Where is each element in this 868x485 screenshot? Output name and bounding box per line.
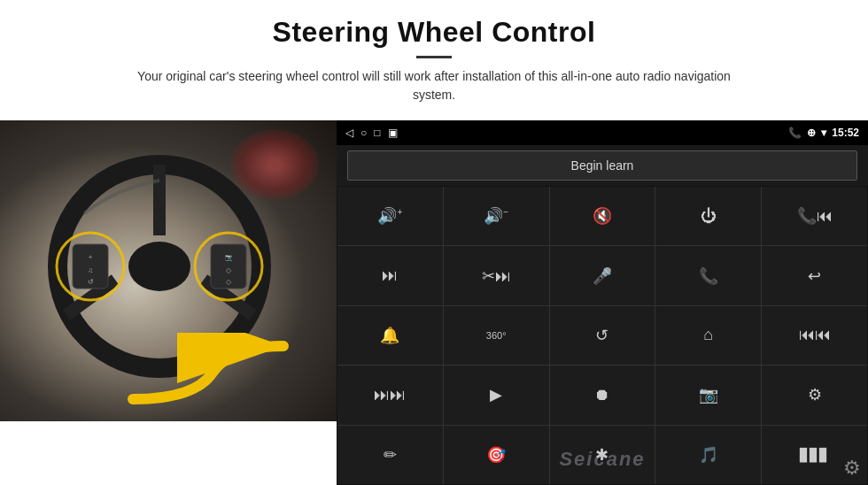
svg-text:◇: ◇ — [226, 278, 232, 286]
edit-icon: ✏ — [384, 445, 397, 465]
rewind-icon: ⏮⏮ — [799, 326, 831, 344]
prev-end-icon: 📞⏮ — [797, 206, 833, 226]
svg-text:♫: ♫ — [88, 266, 93, 274]
status-right: 📞 ⊕ ▾ 15:52 — [788, 127, 859, 139]
fast-forward-icon: ✂⏭ — [482, 266, 511, 286]
next-icon: ⏭ — [382, 266, 398, 285]
header: Steering Wheel Control Your original car… — [0, 0, 868, 113]
android-screen: ◁ ○ □ ▣ 📞 ⊕ ▾ 15:52 Begin learn — [337, 120, 868, 485]
360-button[interactable]: 360° — [444, 306, 549, 365]
back-nav-button[interactable]: ↺ — [550, 306, 655, 365]
home-nav-icon: ⌂ — [703, 326, 713, 344]
target-button[interactable]: 🎯 — [444, 426, 549, 484]
target-icon: 🎯 — [486, 445, 506, 465]
recents-icon: □ — [374, 127, 380, 139]
settings-ctrl-icon: ⚙ — [808, 385, 822, 404]
title-divider — [416, 56, 452, 58]
360-icon: 360° — [486, 330, 507, 341]
music-settings-button[interactable]: 🎵 — [655, 426, 761, 484]
equalizer-icon: ▊▊▊ — [800, 448, 829, 462]
home-nav-button[interactable]: ⌂ — [655, 306, 761, 365]
phone-icon: 📞 — [788, 127, 802, 139]
call-icon: 📞 — [699, 266, 718, 286]
arrow-svg — [124, 333, 301, 412]
camera-button[interactable]: 📷 — [655, 366, 761, 424]
navigate-icon: ▶ — [490, 385, 502, 404]
settings-ctrl-button[interactable]: ⚙ — [762, 366, 867, 424]
home-icon: ○ — [360, 127, 367, 139]
svg-text:+: + — [89, 253, 93, 261]
car-image: + ♫ ↺ 📷 ◇ ◇ — [0, 120, 337, 421]
status-left: ◁ ○ □ ▣ — [345, 127, 398, 139]
eject-button[interactable]: ⏺ — [550, 366, 655, 424]
back-nav-icon: ↺ — [595, 326, 608, 345]
bluetooth-button[interactable]: ✱ — [550, 426, 655, 484]
controls-grid: 🔊+ 🔊− 🔇 ⏻ 📞⏮ ⏭ ✂⏭ — [337, 187, 867, 484]
power-button[interactable]: ⏻ — [655, 187, 761, 245]
eject-icon: ⏺ — [594, 386, 610, 404]
next-button[interactable]: ⏭ — [337, 246, 443, 304]
power-icon: ⏻ — [701, 207, 717, 226]
mute-icon: 🔇 — [593, 206, 612, 226]
volume-up-button[interactable]: 🔊+ — [337, 187, 443, 245]
page-title: Steering Wheel Control — [53, 16, 815, 49]
alert-icon: 🔔 — [380, 326, 399, 345]
wifi-icon: ▾ — [821, 127, 826, 139]
begin-learn-bar: Begin learn — [337, 145, 868, 186]
alert-button[interactable]: 🔔 — [337, 306, 443, 365]
svg-text:📷: 📷 — [225, 253, 233, 261]
page: Steering Wheel Control Your original car… — [0, 0, 868, 485]
mute-button[interactable]: 🔇 — [550, 187, 655, 245]
begin-learn-button[interactable]: Begin learn — [347, 150, 857, 181]
rewind-button[interactable]: ⏮⏮ — [762, 306, 867, 365]
time-display: 15:52 — [832, 127, 859, 139]
mic-button[interactable]: 🎤 — [550, 246, 655, 304]
gear-icon[interactable]: ⚙ — [843, 457, 861, 480]
fast-forward-button[interactable]: ✂⏭ — [444, 246, 549, 304]
back-icon: ◁ — [345, 127, 353, 139]
bluetooth-icon: ✱ — [595, 445, 608, 465]
content-area: + ♫ ↺ 📷 ◇ ◇ — [0, 120, 868, 485]
camera-icon: 📷 — [699, 385, 718, 404]
skip-button[interactable]: ⏭⏭ — [337, 366, 443, 424]
edit-button[interactable]: ✏ — [337, 426, 443, 484]
svg-text:◇: ◇ — [226, 266, 232, 274]
mic-icon: 🎤 — [593, 266, 612, 286]
call-button[interactable]: 📞 — [655, 246, 761, 304]
svg-point-4 — [128, 242, 190, 291]
status-bar: ◁ ○ □ ▣ 📞 ⊕ ▾ 15:52 — [337, 120, 868, 145]
volume-up-icon: 🔊+ — [377, 206, 402, 226]
gps-icon: ⊕ — [807, 127, 816, 139]
hang-up-button[interactable]: ↩ — [762, 246, 867, 304]
subtitle: Your original car's steering wheel contr… — [115, 67, 753, 104]
battery-icon: ▣ — [388, 127, 398, 139]
volume-down-icon: 🔊− — [484, 206, 508, 226]
navigate-button[interactable]: ▶ — [444, 366, 549, 424]
music-settings-icon: 🎵 — [699, 445, 718, 465]
prev-end-button[interactable]: 📞⏮ — [762, 187, 867, 245]
volume-down-button[interactable]: 🔊− — [444, 187, 549, 245]
svg-text:↺: ↺ — [88, 278, 94, 286]
hang-up-icon: ↩ — [808, 266, 821, 286]
skip-icon: ⏭⏭ — [374, 386, 406, 404]
